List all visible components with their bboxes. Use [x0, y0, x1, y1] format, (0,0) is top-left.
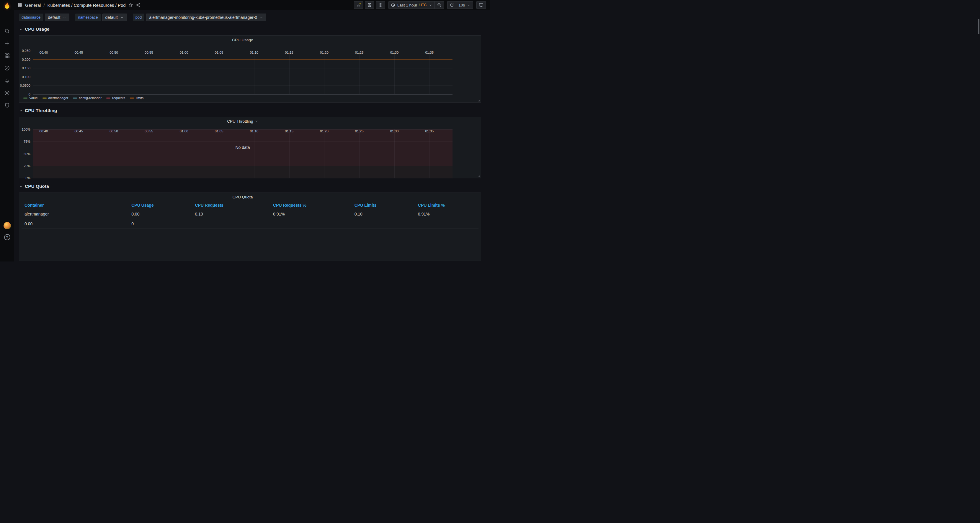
- panel-cpu-usage: CPU Usage 0.2500.2000.1500.1000.0500000:…: [19, 35, 481, 103]
- column-header[interactable]: Container: [22, 203, 129, 208]
- panel-menu-caret-icon: [255, 119, 258, 123]
- panel-header-cpu-usage[interactable]: CPU Usage: [19, 36, 481, 44]
- h-gridline: [33, 77, 452, 77]
- refresh-button[interactable]: [447, 1, 457, 9]
- v-gridline: [184, 130, 184, 178]
- caret-down-icon: [62, 16, 67, 19]
- row-header-cpu-usage[interactable]: CPU Usage: [19, 27, 49, 32]
- v-gridline: [149, 130, 149, 178]
- sidebar-item-create[interactable]: [4, 40, 10, 47]
- y-tick-label: 0: [29, 93, 30, 96]
- panel-header-cpu-quota[interactable]: CPU Quota: [19, 193, 481, 201]
- table-cell: -: [192, 222, 270, 226]
- column-header[interactable]: CPU Usage: [129, 203, 192, 208]
- h-gridline: [33, 68, 452, 68]
- variable-label-datasource[interactable]: datasource: [19, 14, 43, 21]
- legend-label: config-reloader: [79, 96, 102, 100]
- search-icon: [4, 28, 10, 34]
- column-header[interactable]: CPU Limits: [352, 203, 415, 208]
- v-gridline: [254, 51, 255, 94]
- favorite-star-button[interactable]: [129, 3, 133, 7]
- v-gridline: [254, 130, 255, 178]
- x-tick-label: 01:25: [355, 130, 364, 133]
- kiosk-mode-button[interactable]: [476, 1, 486, 9]
- sidebar-item-search[interactable]: [4, 28, 10, 34]
- nav-left: General / Kubernetes / Compute Resources…: [18, 3, 140, 8]
- nav-toolbar: Last 1 hour UTC 10s: [354, 1, 486, 9]
- chevron-down-icon: [19, 185, 23, 189]
- legend-item-requests[interactable]: requests: [106, 96, 125, 100]
- sidebar-item-explore[interactable]: [4, 65, 10, 71]
- add-panel-icon: [356, 3, 361, 7]
- monitor-icon: [479, 3, 484, 7]
- column-header[interactable]: CPU Limits %: [415, 203, 479, 208]
- save-dashboard-button[interactable]: [365, 1, 374, 9]
- table-body: alertmanager0.000.100.91%0.100.91%0.000-…: [19, 209, 481, 229]
- table-cell: 0.91%: [415, 212, 479, 216]
- panel-resize-handle[interactable]: [478, 99, 480, 101]
- caret-down-icon: [120, 16, 124, 19]
- threshold-fill-below: [33, 166, 452, 178]
- y-tick-label: 0.150: [22, 67, 30, 70]
- add-panel-button[interactable]: [354, 1, 363, 9]
- plus-icon: [4, 40, 10, 46]
- variables-row: datasourcedefaultnamespacedefaultpodaler…: [19, 14, 481, 21]
- row-title: CPU Throttling: [25, 108, 57, 113]
- grafana-logo[interactable]: [3, 2, 11, 10]
- h-gridline: [33, 141, 452, 142]
- sidebar: ?: [0, 0, 14, 262]
- dashboard-breadcrumb-icon-button[interactable]: [18, 3, 22, 7]
- y-tick-label: 0%: [25, 176, 30, 180]
- refresh-interval-picker[interactable]: 10s: [456, 1, 473, 9]
- legend-swatch: [43, 98, 47, 98]
- help-label: ?: [6, 235, 8, 239]
- sidebar-item-dashboards[interactable]: [4, 53, 10, 59]
- dashboard-settings-button[interactable]: [376, 1, 385, 9]
- y-tick-label: 100%: [22, 128, 30, 131]
- variable-label-namespace[interactable]: namespace: [75, 14, 100, 21]
- variable-select-namespace[interactable]: default: [102, 14, 127, 21]
- panel-resize-handle[interactable]: [478, 175, 480, 177]
- no-data-label: No data: [235, 145, 250, 150]
- compass-icon: [4, 65, 10, 71]
- legend-item-alertmanager[interactable]: alertmanager: [43, 96, 68, 100]
- apps-icon: [4, 53, 10, 59]
- zoom-out-time-button[interactable]: [434, 1, 444, 9]
- time-range-picker[interactable]: Last 1 hour UTC: [388, 1, 435, 9]
- row-header-cpu-throttling[interactable]: CPU Throttling: [19, 108, 57, 113]
- variable-select-datasource[interactable]: default: [45, 14, 69, 21]
- series-line-limits: [33, 60, 452, 60]
- sidebar-item-alerting[interactable]: [4, 78, 10, 84]
- breadcrumb-general[interactable]: General: [25, 3, 41, 8]
- sidebar-bottom: ?: [3, 222, 11, 240]
- sidebar-item-server-admin[interactable]: [4, 102, 10, 108]
- share-dashboard-button[interactable]: [136, 3, 140, 7]
- share-icon: [136, 3, 140, 7]
- variable-label-pod[interactable]: pod: [133, 14, 145, 21]
- panel-cpu-throttling: CPU Throttling 100%75%50%25%0%No data00:…: [19, 117, 481, 178]
- panel-header-cpu-throttling[interactable]: CPU Throttling: [19, 117, 481, 125]
- chevron-down-icon: [19, 109, 23, 113]
- column-header[interactable]: CPU Requests: [192, 203, 270, 208]
- legend-item-config-reloader[interactable]: config-reloader: [73, 96, 102, 100]
- legend-item-Value[interactable]: Value: [23, 96, 38, 100]
- sidebar-menu: [4, 28, 10, 108]
- caret-down-icon: [467, 3, 471, 7]
- sidebar-item-configuration[interactable]: [4, 90, 10, 96]
- legend-item-limits[interactable]: limits: [130, 96, 143, 100]
- help-button[interactable]: ?: [4, 234, 10, 240]
- column-header[interactable]: CPU Requests %: [270, 203, 352, 208]
- row-header-cpu-quota[interactable]: CPU Quota: [19, 184, 49, 189]
- breadcrumb-dashboard-title[interactable]: Kubernetes / Compute Resources / Pod: [48, 3, 126, 8]
- legend-swatch: [23, 98, 27, 98]
- user-avatar[interactable]: [3, 222, 11, 229]
- x-tick-label: 01:20: [320, 51, 329, 54]
- cpu-throttling-chart: 100%75%50%25%0%No data00:4000:4500:5000:…: [19, 130, 481, 178]
- variable-select-pod[interactable]: alertmanager-monitoring-kube-prometheus-…: [146, 14, 266, 21]
- panel-title-text: CPU Quota: [232, 195, 253, 199]
- panel-cpu-quota: CPU Quota ContainerCPU UsageCPU Requests…: [19, 192, 481, 261]
- v-gridline: [324, 130, 325, 178]
- x-tick-label: 01:35: [425, 130, 434, 133]
- refresh-icon: [450, 3, 454, 7]
- v-gridline: [44, 51, 44, 94]
